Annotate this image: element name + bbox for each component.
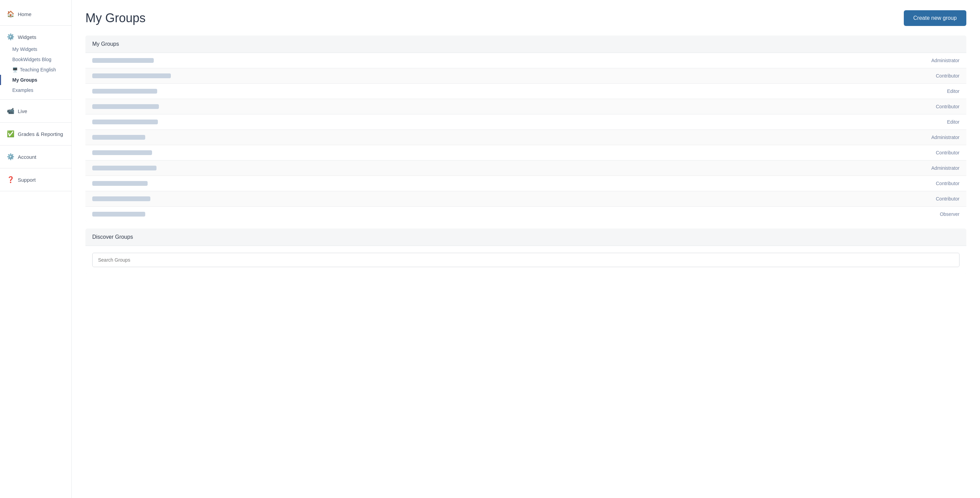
sidebar-item-grades[interactable]: ✅ Grades & Reporting xyxy=(0,127,72,141)
role-label: Contributor xyxy=(922,196,959,201)
widgets-icon: ⚙️ xyxy=(7,33,14,41)
my-widgets-label: My Widgets xyxy=(12,46,37,52)
role-label: Administrator xyxy=(922,58,959,63)
role-label: Editor xyxy=(922,89,959,94)
discover-groups-header: Discover Groups xyxy=(86,228,966,246)
teaching-english-label: Teaching English xyxy=(20,67,56,72)
role-label: Contributor xyxy=(922,104,959,109)
sidebar-item-account[interactable]: ⚙️ Account xyxy=(0,150,72,164)
sidebar-item-my-widgets[interactable]: My Widgets xyxy=(0,44,72,54)
sidebar-widgets-label: Widgets xyxy=(18,34,36,40)
group-name-skeleton xyxy=(92,73,171,78)
group-row[interactable]: Contributor xyxy=(86,191,966,207)
group-name-skeleton xyxy=(92,89,157,94)
examples-label: Examples xyxy=(12,87,33,93)
search-groups-input[interactable] xyxy=(92,253,959,267)
groups-list: Administrator Contributor Editor Contrib… xyxy=(86,53,966,222)
live-label: Live xyxy=(18,108,27,114)
group-row[interactable]: Administrator xyxy=(86,130,966,145)
sidebar-item-examples[interactable]: Examples xyxy=(0,85,72,95)
my-groups-label: My Groups xyxy=(12,77,37,82)
group-row[interactable]: Editor xyxy=(86,114,966,130)
sidebar-item-home[interactable]: 🏠 Home xyxy=(0,7,72,21)
group-row[interactable]: Administrator xyxy=(86,53,966,68)
sidebar-item-teaching-english[interactable]: 🖥️ Teaching English xyxy=(0,65,72,75)
support-label: Support xyxy=(18,177,36,183)
home-icon: 🏠 xyxy=(7,10,14,18)
group-name-skeleton xyxy=(92,58,154,63)
my-groups-section: My Groups Administrator Contributor Edit… xyxy=(86,35,966,222)
role-label: Contributor xyxy=(922,150,959,155)
bookwidgets-blog-label: BookWidgets Blog xyxy=(12,57,51,62)
group-icon: 🖥️ xyxy=(12,67,18,72)
group-row[interactable]: Contributor xyxy=(86,68,966,84)
discover-groups-body xyxy=(86,246,966,274)
sidebar: 🏠 Home ⚙️ Widgets My Widgets BookWidgets… xyxy=(0,0,72,498)
grades-icon: ✅ xyxy=(7,130,14,138)
sidebar-item-live[interactable]: 📹 Live xyxy=(0,104,72,118)
group-row[interactable]: Observer xyxy=(86,207,966,222)
group-name-skeleton xyxy=(92,197,150,201)
main-content: My Groups Create new group My Groups Adm… xyxy=(72,0,980,498)
group-name-skeleton xyxy=(92,212,145,217)
create-new-group-button[interactable]: Create new group xyxy=(904,10,966,26)
role-label: Observer xyxy=(922,211,959,217)
group-name-skeleton xyxy=(92,119,158,124)
role-label: Contributor xyxy=(922,181,959,186)
group-name-skeleton xyxy=(92,181,148,186)
group-row[interactable]: Administrator xyxy=(86,160,966,176)
sidebar-item-bookwidgets-blog[interactable]: BookWidgets Blog xyxy=(0,54,72,65)
account-label: Account xyxy=(18,154,36,160)
page-title: My Groups xyxy=(86,11,146,25)
role-label: Contributor xyxy=(922,73,959,79)
group-name-skeleton xyxy=(92,166,156,170)
role-label: Administrator xyxy=(922,165,959,171)
grades-label: Grades & Reporting xyxy=(18,131,63,137)
support-icon: ❓ xyxy=(7,176,14,183)
discover-groups-section: Discover Groups xyxy=(86,228,966,274)
group-name-skeleton xyxy=(92,150,152,155)
sidebar-item-my-groups[interactable]: My Groups xyxy=(0,75,72,85)
group-row[interactable]: Editor xyxy=(86,84,966,99)
role-label: Editor xyxy=(922,119,959,125)
group-row[interactable]: Contributor xyxy=(86,176,966,191)
sidebar-item-support[interactable]: ❓ Support xyxy=(0,173,72,187)
group-name-skeleton xyxy=(92,104,159,109)
account-icon: ⚙️ xyxy=(7,153,14,160)
role-label: Administrator xyxy=(922,135,959,140)
my-groups-section-header: My Groups xyxy=(86,35,966,53)
group-row[interactable]: Contributor xyxy=(86,145,966,160)
page-header: My Groups Create new group xyxy=(86,10,966,26)
live-icon: 📹 xyxy=(7,107,14,115)
sidebar-home-label: Home xyxy=(18,11,32,17)
group-row[interactable]: Contributor xyxy=(86,99,966,114)
sidebar-item-widgets[interactable]: ⚙️ Widgets xyxy=(0,30,72,44)
group-name-skeleton xyxy=(92,135,145,140)
